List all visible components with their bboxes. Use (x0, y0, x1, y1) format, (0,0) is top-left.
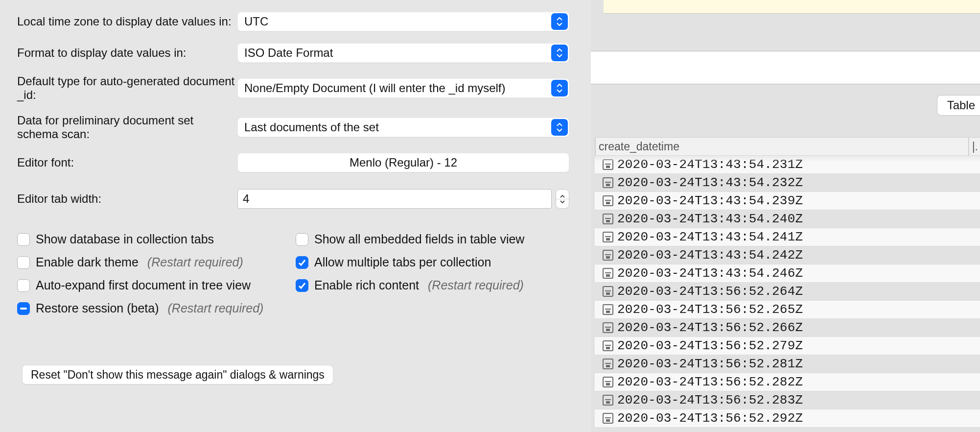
tab-width-stepper[interactable] (556, 189, 569, 209)
date-icon (603, 177, 613, 188)
date-icon (603, 214, 613, 224)
check-label: Auto-expand first document in tree view (36, 278, 251, 292)
check-dark-theme[interactable]: Enable dark theme (Restart required) (17, 255, 291, 269)
reset-dialogs-button[interactable]: Reset "Don't show this message again" di… (22, 365, 333, 384)
table-row[interactable]: 2020-03-24T13:56:52.265Z (595, 301, 980, 319)
chevron-up-icon (560, 194, 565, 198)
table-row[interactable]: 2020-03-24T13:43:54.246Z (595, 264, 980, 283)
check-multi-tabs[interactable]: Allow multiple tabs per collection (296, 255, 569, 269)
datetime-value: 2020-03-24T13:56:52.292Z (617, 411, 803, 426)
date-icon (603, 377, 613, 387)
check-show-all-fields[interactable]: Show all embedded fields in table view (296, 232, 569, 246)
datetime-value: 2020-03-24T13:43:54.232Z (617, 175, 803, 190)
date-format-value: ISO Date Format (244, 46, 333, 60)
check-auto-expand[interactable]: Auto-expand first document in tree view (17, 278, 291, 292)
check-label: Allow multiple tabs per collection (314, 255, 491, 269)
column-tail: |. (972, 140, 980, 153)
datetime-value: 2020-03-24T13:43:54.231Z (617, 157, 803, 172)
table-row[interactable]: 2020-03-24T13:56:52.279Z (595, 337, 980, 355)
timezone-value: UTC (244, 15, 268, 28)
schema-scan-value: Last documents of the set (244, 120, 379, 134)
date-format-label: Format to display date values in: (17, 46, 237, 60)
checkbox-icon (17, 256, 30, 269)
check-label: Restore session (beta) (36, 301, 159, 315)
table-row[interactable]: 2020-03-24T13:43:54.240Z (595, 210, 980, 228)
check-hint: (Restart required) (147, 255, 243, 269)
datetime-value: 2020-03-24T13:56:52.265Z (617, 302, 803, 317)
table-row[interactable]: 2020-03-24T13:43:54.232Z (595, 174, 980, 192)
table-row[interactable]: 2020-03-24T13:56:52.292Z (595, 409, 980, 428)
datetime-value: 2020-03-24T13:43:54.240Z (617, 212, 803, 226)
date-icon (603, 195, 613, 206)
datetime-value: 2020-03-24T13:43:54.246Z (617, 266, 803, 281)
date-icon (603, 250, 613, 261)
editor-font-button[interactable]: Menlo (Regular) - 12 (237, 153, 569, 172)
checkbox-checked-icon (296, 279, 308, 292)
date-icon (603, 268, 613, 279)
checkbox-icon (296, 233, 308, 246)
chevron-up-down-icon (551, 45, 568, 61)
checkboxes-grid: Show database in collection tabs Show al… (17, 232, 569, 315)
check-label: Show all embedded fields in table view (314, 232, 524, 246)
settings-panel: Local time zone to display date values i… (2, 0, 589, 411)
date-format-select[interactable]: ISO Date Format (237, 43, 569, 63)
datetime-list[interactable]: 2020-03-24T13:43:54.231Z2020-03-24T13:43… (595, 156, 980, 428)
chevron-up-down-icon (551, 13, 568, 30)
setting-row-date-format: Format to display date values in: ISO Da… (17, 43, 569, 63)
timezone-label: Local time zone to display date values i… (17, 15, 237, 28)
toolbar-strip (591, 51, 980, 84)
tab-width-label: Editor tab width: (17, 192, 237, 206)
setting-row-id-type: Default type for auto-generated document… (17, 74, 569, 102)
check-restore-session[interactable]: Restore session (beta) (Restart required… (17, 301, 291, 315)
table-row[interactable]: 2020-03-24T13:56:52.281Z (595, 355, 980, 373)
table-row[interactable]: 2020-03-24T13:43:54.242Z (595, 246, 980, 264)
table-row[interactable]: 2020-03-24T13:56:52.266Z (595, 319, 980, 337)
setting-row-timezone: Local time zone to display date values i… (17, 12, 569, 31)
date-icon (603, 232, 613, 242)
table-column-header[interactable]: create_datetime |. (595, 137, 980, 156)
datetime-value: 2020-03-24T13:43:54.239Z (617, 193, 803, 208)
editor-font-label: Editor font: (17, 156, 237, 169)
table-row[interactable]: 2020-03-24T13:43:54.231Z (595, 156, 980, 174)
column-name: create_datetime (599, 140, 679, 153)
table-row[interactable]: 2020-03-24T13:43:54.241Z (595, 228, 980, 246)
date-icon (603, 395, 613, 406)
id-type-select[interactable]: None/Empty Document (I will enter the _i… (237, 78, 569, 98)
datetime-value: 2020-03-24T13:56:52.281Z (617, 357, 803, 371)
check-rich-content[interactable]: Enable rich content (Restart required) (296, 278, 569, 292)
table-row[interactable]: 2020-03-24T13:43:54.239Z (595, 192, 980, 210)
schema-scan-label: Data for preliminary document set schema… (17, 114, 237, 141)
datetime-value: 2020-03-24T13:56:52.264Z (617, 284, 803, 299)
datetime-value: 2020-03-24T13:43:54.242Z (617, 248, 803, 263)
setting-row-editor-font: Editor font: Menlo (Regular) - 12 (17, 153, 569, 172)
timezone-select[interactable]: UTC (237, 12, 569, 31)
right-pane: Table create_datetime |. 2020-03-24T13:4… (591, 0, 980, 432)
chevron-up-down-icon (551, 119, 568, 136)
checkbox-mixed-icon (17, 302, 30, 315)
reset-dialogs-label: Reset "Don't show this message again" di… (31, 368, 325, 382)
check-hint: (Restart required) (428, 278, 524, 292)
view-mode-label: Table (947, 98, 975, 112)
check-show-db-tabs[interactable]: Show database in collection tabs (17, 232, 291, 246)
table-row[interactable]: 2020-03-24T13:56:52.283Z (595, 391, 980, 409)
id-type-label: Default type for auto-generated document… (17, 74, 237, 102)
check-label: Enable rich content (314, 278, 419, 292)
editor-font-value: Menlo (Regular) - 12 (350, 156, 457, 169)
tab-width-input[interactable] (237, 189, 552, 209)
datetime-value: 2020-03-24T13:43:54.241Z (617, 230, 803, 244)
table-row[interactable]: 2020-03-24T13:56:52.282Z (595, 373, 980, 391)
checkbox-icon (17, 233, 30, 246)
date-icon (603, 413, 613, 424)
date-icon (603, 322, 613, 333)
datetime-value: 2020-03-24T13:56:52.266Z (617, 320, 803, 335)
check-label: Show database in collection tabs (36, 232, 214, 246)
checkbox-icon (17, 279, 30, 292)
setting-row-tab-width: Editor tab width: (17, 189, 569, 209)
table-row[interactable]: 2020-03-24T13:56:52.264Z (595, 283, 980, 301)
setting-row-schema-scan: Data for preliminary document set schema… (17, 114, 569, 141)
date-icon (603, 304, 613, 315)
date-icon (603, 286, 613, 297)
check-hint: (Restart required) (168, 301, 264, 315)
schema-scan-select[interactable]: Last documents of the set (237, 118, 569, 137)
view-mode-table-button[interactable]: Table (937, 95, 980, 116)
